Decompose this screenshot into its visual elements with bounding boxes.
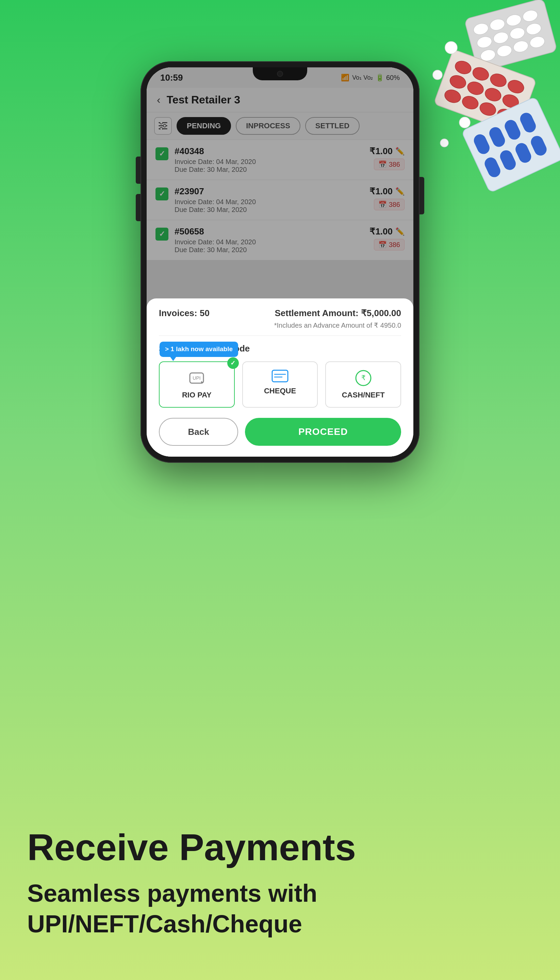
svg-rect-32 <box>498 148 518 172</box>
svg-point-14 <box>453 59 473 76</box>
svg-rect-31 <box>483 155 503 179</box>
svg-rect-13 <box>434 49 537 134</box>
svg-rect-30 <box>518 111 538 135</box>
svg-point-16 <box>488 72 508 89</box>
svg-rect-27 <box>472 132 492 156</box>
svg-point-8 <box>525 22 542 36</box>
svg-rect-29 <box>503 118 523 142</box>
back-button-sheet[interactable]: Back <box>159 418 238 446</box>
bottom-text-section: Receive Payments Seamless payments with … <box>0 827 560 939</box>
svg-point-35 <box>445 42 457 54</box>
cash-neft-icon: ₹ <box>355 370 372 387</box>
cheque-icon <box>272 370 288 382</box>
rio-pay-icon: UPI <box>188 370 205 387</box>
svg-point-24 <box>478 100 497 117</box>
svg-point-25 <box>496 107 515 124</box>
phone-mockup: 10:59 📶 Vo₁ Vo₂ 🔋 60% ‹ Test Retailer 3 <box>140 61 420 463</box>
svg-point-4 <box>522 8 539 23</box>
svg-point-22 <box>443 88 462 105</box>
proceed-button[interactable]: PROCEED <box>245 418 401 446</box>
svg-point-9 <box>479 48 497 62</box>
settlement-amount-label: Settlement Amount: ₹5,000.00 <box>275 308 402 318</box>
svg-point-23 <box>460 94 480 111</box>
svg-point-11 <box>512 40 529 54</box>
settlement-amount-value: ₹5,000.00 <box>361 308 401 318</box>
divider <box>159 335 401 336</box>
svg-point-20 <box>483 86 503 103</box>
summary-row: Invoices: 50 Settlement Amount: ₹5,000.0… <box>159 308 401 318</box>
svg-rect-33 <box>513 141 533 165</box>
rio-pay-label: RIO PAY <box>182 391 212 400</box>
svg-point-21 <box>501 93 520 110</box>
svg-text:₹: ₹ <box>361 374 365 382</box>
svg-point-10 <box>496 44 513 58</box>
svg-rect-26 <box>461 97 560 193</box>
payment-options: > 1 lakh now available ✓ UPI <box>159 362 401 408</box>
bottom-buttons: Back PROCEED <box>159 418 401 446</box>
cheque-label: CHEQUE <box>264 387 296 395</box>
svg-point-3 <box>505 13 523 27</box>
selected-checkmark: ✓ <box>227 357 239 369</box>
main-headline: Receive Payments <box>27 827 533 868</box>
svg-point-37 <box>459 117 470 128</box>
sub-headline: Seamless payments with UPI/NEFT/Cash/Che… <box>27 878 533 939</box>
invoices-count-label: Invoices: 50 <box>159 308 210 318</box>
svg-point-17 <box>506 78 526 95</box>
svg-point-19 <box>466 80 485 97</box>
svg-point-2 <box>488 17 506 32</box>
promo-bubble: > 1 lakh now available <box>160 342 238 357</box>
svg-point-6 <box>492 31 510 45</box>
svg-point-36 <box>433 70 442 80</box>
svg-point-38 <box>440 139 448 147</box>
svg-rect-34 <box>529 134 549 158</box>
svg-point-1 <box>472 22 490 36</box>
bottom-sheet: Invoices: 50 Settlement Amount: ₹5,000.0… <box>147 298 413 457</box>
payment-option-cheque[interactable]: CHEQUE <box>242 362 318 408</box>
svg-point-7 <box>508 26 526 40</box>
advance-note: *Includes an Advance Amount of ₹ 4950.0 <box>159 321 401 329</box>
payment-option-rio-pay[interactable]: > 1 lakh now available ✓ UPI <box>159 362 235 408</box>
svg-rect-48 <box>272 370 288 382</box>
svg-rect-0 <box>464 0 557 72</box>
svg-point-5 <box>476 35 493 49</box>
invoices-count: 50 <box>200 308 210 318</box>
svg-text:UPI: UPI <box>193 375 201 381</box>
cash-neft-label: CASH/NEFT <box>342 391 385 400</box>
payment-option-cash-neft[interactable]: ₹ CASH/NEFT <box>325 362 401 408</box>
svg-point-12 <box>529 35 546 49</box>
svg-point-18 <box>448 73 467 90</box>
svg-point-15 <box>471 65 490 82</box>
svg-rect-28 <box>487 125 507 149</box>
